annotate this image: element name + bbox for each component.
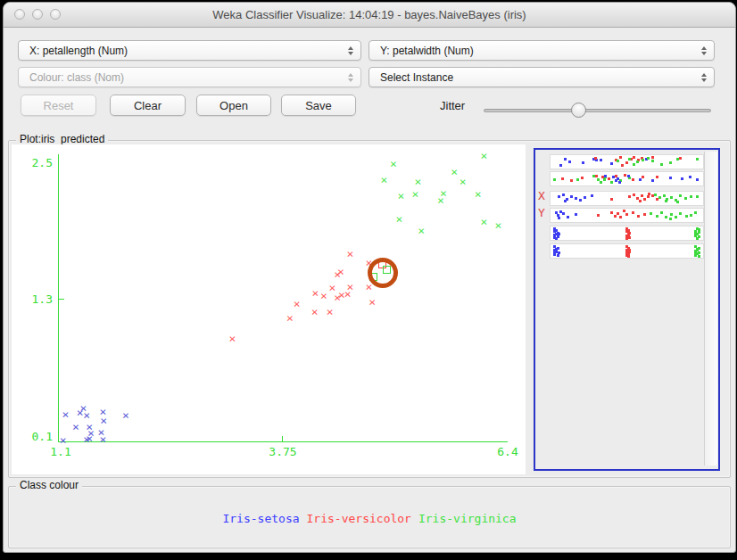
attr-strip-dot bbox=[632, 211, 634, 214]
data-point-Iris-versicolor[interactable]: × bbox=[368, 298, 377, 307]
attr-strip-dot bbox=[575, 213, 577, 216]
data-point-Iris-virginica[interactable]: × bbox=[379, 176, 388, 185]
attr-strip-dot bbox=[658, 196, 661, 199]
x-attribute-select[interactable]: X: petallength (Num) bbox=[18, 40, 361, 61]
select-instance-select-value: Select Instance bbox=[380, 71, 696, 84]
data-point-Iris-virginica[interactable]: × bbox=[436, 196, 445, 205]
data-point-Iris-virginica[interactable]: × bbox=[479, 152, 488, 161]
data-point-Iris-virginica[interactable]: × bbox=[450, 168, 459, 177]
attr-strip-dot bbox=[628, 158, 631, 161]
data-point-Iris-versicolor[interactable]: × bbox=[326, 308, 335, 317]
attr-strip-dot bbox=[555, 248, 558, 251]
attribute-strip-3[interactable] bbox=[550, 191, 704, 206]
data-point-Iris-versicolor[interactable]: × bbox=[319, 292, 328, 301]
data-point-Iris-versicolor[interactable]: × bbox=[286, 314, 294, 323]
data-point-Iris-setosa[interactable]: × bbox=[59, 436, 68, 445]
selected-instance-ring bbox=[368, 258, 398, 288]
y-attribute-select[interactable]: Y: petalwidth (Num) bbox=[368, 40, 715, 61]
clear-button[interactable]: Clear bbox=[110, 95, 186, 116]
data-point-Iris-versicolor[interactable]: × bbox=[345, 250, 354, 259]
data-point-Iris-virginica[interactable]: × bbox=[411, 190, 420, 199]
attr-strip-dot bbox=[632, 178, 634, 181]
plot-panel-title: Plot:iris_predicted bbox=[16, 133, 108, 145]
attr-strip-dot bbox=[595, 175, 598, 177]
attr-strip-dot bbox=[623, 210, 625, 212]
attr-strip-dot bbox=[625, 161, 628, 164]
attr-strip-dot bbox=[617, 212, 619, 215]
data-point-Iris-setosa[interactable]: × bbox=[82, 411, 91, 420]
attribute-strip-1[interactable] bbox=[550, 154, 704, 169]
data-point-Iris-virginica[interactable]: × bbox=[459, 177, 468, 186]
attribute-panel-scrollbar[interactable] bbox=[704, 152, 717, 465]
legend-class-label[interactable]: Iris-virginica bbox=[418, 512, 517, 525]
attr-strip-dot bbox=[698, 255, 700, 258]
legend-class-label[interactable]: Iris-setosa bbox=[222, 512, 299, 525]
data-point-Iris-virginica[interactable]: × bbox=[396, 192, 405, 201]
open-button[interactable]: Open bbox=[196, 95, 271, 116]
attr-strip-dot bbox=[643, 198, 646, 201]
attribute-strip-2[interactable] bbox=[550, 171, 704, 186]
jitter-slider[interactable] bbox=[484, 109, 711, 112]
x-attribute-select-value: X: petallength (Num) bbox=[29, 45, 343, 57]
attr-strip-dot bbox=[625, 251, 628, 254]
attr-strip-dot bbox=[610, 198, 613, 201]
attr-strip-dot bbox=[651, 160, 654, 162]
attribute-bars-panel: X Y bbox=[534, 148, 720, 471]
attr-strip-dot bbox=[581, 177, 584, 179]
data-point-Iris-setosa[interactable]: × bbox=[121, 411, 130, 420]
attr-strip-dot bbox=[650, 212, 652, 215]
attr-strip-dot bbox=[651, 179, 654, 182]
attr-strip-dot bbox=[558, 195, 560, 198]
attr-strip-dot bbox=[568, 161, 571, 163]
attr-strip-dot bbox=[628, 249, 631, 251]
data-point-Iris-versicolor[interactable]: × bbox=[333, 270, 342, 279]
attr-strip-dot bbox=[579, 199, 582, 202]
attr-strip-dot bbox=[619, 156, 622, 159]
data-point-Iris-versicolor[interactable]: × bbox=[344, 290, 352, 299]
data-point-Iris-virginica[interactable]: × bbox=[389, 160, 398, 169]
attr-strip-dot bbox=[636, 161, 639, 163]
window-title: Weka Classifier Visualize: 14:04:19 - ba… bbox=[4, 8, 735, 21]
data-point-Iris-virginica[interactable]: × bbox=[494, 221, 503, 230]
attr-strip-dot bbox=[628, 236, 631, 239]
attribute-strip-4[interactable] bbox=[550, 208, 704, 223]
data-point-Iris-versicolor[interactable]: × bbox=[293, 300, 302, 309]
data-point-Iris-setosa[interactable]: × bbox=[82, 435, 91, 444]
plot-canvas[interactable]: 2.5 1.3 0.1 1.1 3.75 6.4 ×××××××××××××××… bbox=[12, 144, 526, 474]
class-colour-title: Class colour bbox=[16, 479, 82, 491]
data-point-Iris-virginica[interactable]: × bbox=[394, 215, 403, 224]
data-point-Iris-versicolor[interactable]: × bbox=[311, 289, 320, 298]
data-point-Iris-setosa[interactable]: × bbox=[71, 423, 80, 432]
data-point-Iris-versicolor[interactable]: × bbox=[228, 334, 237, 343]
data-point-Iris-versicolor[interactable]: × bbox=[311, 308, 319, 317]
data-point-Iris-virginica[interactable]: × bbox=[479, 218, 488, 226]
stepper-arrows-icon bbox=[348, 73, 353, 82]
attr-strip-dot bbox=[582, 161, 584, 164]
attr-strip-dot bbox=[665, 216, 667, 218]
stepper-arrows-icon bbox=[701, 73, 707, 82]
reset-button[interactable]: Reset bbox=[21, 95, 96, 116]
select-instance-select[interactable]: Select Instance bbox=[368, 67, 715, 87]
data-point-Iris-setosa[interactable]: × bbox=[62, 410, 70, 419]
y-tick-label-max: 2.5 bbox=[28, 156, 53, 169]
data-point-Iris-virginica[interactable]: × bbox=[413, 177, 422, 186]
colour-attribute-select[interactable]: Colour: class (Nom) bbox=[18, 67, 361, 87]
attr-strip-dot bbox=[608, 177, 610, 180]
attribute-strip-5[interactable] bbox=[550, 226, 704, 241]
attr-strip-dot bbox=[553, 236, 556, 239]
y-attribute-select-value: Y: petalwidth (Num) bbox=[380, 45, 696, 57]
legend-class-label[interactable]: Iris-versicolor bbox=[307, 512, 411, 525]
save-button[interactable]: Save bbox=[281, 95, 356, 116]
data-point-Iris-setosa[interactable]: × bbox=[99, 416, 108, 425]
data-point-Iris-virginica[interactable]: × bbox=[417, 226, 426, 235]
attribute-strip-6[interactable] bbox=[550, 243, 704, 259]
attr-strip-dot bbox=[600, 159, 602, 161]
attr-strip-dot bbox=[627, 255, 630, 258]
jitter-slider-thumb[interactable] bbox=[571, 103, 586, 118]
data-point-Iris-setosa[interactable]: × bbox=[98, 435, 107, 444]
data-point-Iris-virginica[interactable]: × bbox=[474, 190, 483, 199]
y-axis-line bbox=[58, 154, 59, 441]
jitter-label: Jitter bbox=[440, 99, 465, 112]
attr-strip-dot bbox=[684, 197, 687, 200]
attr-strip-dot bbox=[694, 233, 697, 235]
